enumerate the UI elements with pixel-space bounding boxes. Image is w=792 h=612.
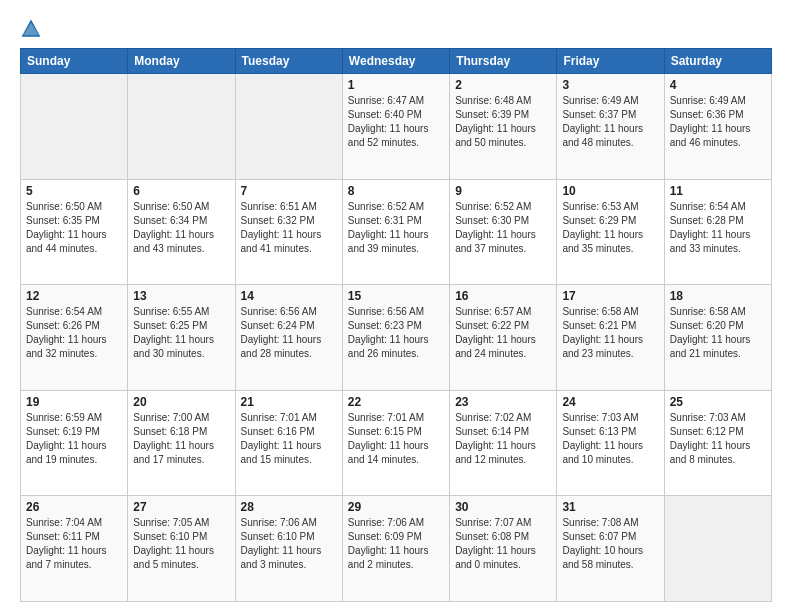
calendar-cell: 19Sunrise: 6:59 AM Sunset: 6:19 PM Dayli…: [21, 390, 128, 496]
day-info: Sunrise: 6:48 AM Sunset: 6:39 PM Dayligh…: [455, 94, 551, 150]
day-info: Sunrise: 7:00 AM Sunset: 6:18 PM Dayligh…: [133, 411, 229, 467]
day-info: Sunrise: 6:57 AM Sunset: 6:22 PM Dayligh…: [455, 305, 551, 361]
day-number: 10: [562, 184, 658, 198]
day-info: Sunrise: 6:50 AM Sunset: 6:35 PM Dayligh…: [26, 200, 122, 256]
day-number: 14: [241, 289, 337, 303]
day-number: 27: [133, 500, 229, 514]
logo: [20, 18, 46, 40]
calendar-cell: 16Sunrise: 6:57 AM Sunset: 6:22 PM Dayli…: [450, 285, 557, 391]
day-number: 2: [455, 78, 551, 92]
day-info: Sunrise: 6:51 AM Sunset: 6:32 PM Dayligh…: [241, 200, 337, 256]
calendar-week-row: 19Sunrise: 6:59 AM Sunset: 6:19 PM Dayli…: [21, 390, 772, 496]
day-number: 7: [241, 184, 337, 198]
day-info: Sunrise: 6:52 AM Sunset: 6:31 PM Dayligh…: [348, 200, 444, 256]
day-info: Sunrise: 7:04 AM Sunset: 6:11 PM Dayligh…: [26, 516, 122, 572]
calendar-cell: 30Sunrise: 7:07 AM Sunset: 6:08 PM Dayli…: [450, 496, 557, 602]
day-info: Sunrise: 7:01 AM Sunset: 6:15 PM Dayligh…: [348, 411, 444, 467]
day-number: 6: [133, 184, 229, 198]
day-info: Sunrise: 6:49 AM Sunset: 6:36 PM Dayligh…: [670, 94, 766, 150]
calendar-cell: 28Sunrise: 7:06 AM Sunset: 6:10 PM Dayli…: [235, 496, 342, 602]
calendar-day-header: Friday: [557, 49, 664, 74]
day-info: Sunrise: 6:56 AM Sunset: 6:24 PM Dayligh…: [241, 305, 337, 361]
logo-icon: [20, 18, 42, 40]
calendar-week-row: 5Sunrise: 6:50 AM Sunset: 6:35 PM Daylig…: [21, 179, 772, 285]
day-info: Sunrise: 7:08 AM Sunset: 6:07 PM Dayligh…: [562, 516, 658, 572]
day-number: 22: [348, 395, 444, 409]
calendar-cell: 7Sunrise: 6:51 AM Sunset: 6:32 PM Daylig…: [235, 179, 342, 285]
calendar-week-row: 26Sunrise: 7:04 AM Sunset: 6:11 PM Dayli…: [21, 496, 772, 602]
day-info: Sunrise: 6:55 AM Sunset: 6:25 PM Dayligh…: [133, 305, 229, 361]
day-info: Sunrise: 7:06 AM Sunset: 6:09 PM Dayligh…: [348, 516, 444, 572]
day-info: Sunrise: 7:03 AM Sunset: 6:12 PM Dayligh…: [670, 411, 766, 467]
calendar-cell: 18Sunrise: 6:58 AM Sunset: 6:20 PM Dayli…: [664, 285, 771, 391]
day-number: 18: [670, 289, 766, 303]
calendar-cell: 22Sunrise: 7:01 AM Sunset: 6:15 PM Dayli…: [342, 390, 449, 496]
day-number: 4: [670, 78, 766, 92]
day-number: 3: [562, 78, 658, 92]
day-info: Sunrise: 6:53 AM Sunset: 6:29 PM Dayligh…: [562, 200, 658, 256]
page: SundayMondayTuesdayWednesdayThursdayFrid…: [0, 0, 792, 612]
calendar-cell: 14Sunrise: 6:56 AM Sunset: 6:24 PM Dayli…: [235, 285, 342, 391]
day-info: Sunrise: 6:58 AM Sunset: 6:21 PM Dayligh…: [562, 305, 658, 361]
calendar-day-header: Wednesday: [342, 49, 449, 74]
day-info: Sunrise: 7:02 AM Sunset: 6:14 PM Dayligh…: [455, 411, 551, 467]
day-number: 26: [26, 500, 122, 514]
day-info: Sunrise: 6:47 AM Sunset: 6:40 PM Dayligh…: [348, 94, 444, 150]
calendar-cell: 27Sunrise: 7:05 AM Sunset: 6:10 PM Dayli…: [128, 496, 235, 602]
day-info: Sunrise: 6:50 AM Sunset: 6:34 PM Dayligh…: [133, 200, 229, 256]
calendar-cell: 24Sunrise: 7:03 AM Sunset: 6:13 PM Dayli…: [557, 390, 664, 496]
day-number: 30: [455, 500, 551, 514]
day-info: Sunrise: 7:01 AM Sunset: 6:16 PM Dayligh…: [241, 411, 337, 467]
header: [20, 18, 772, 40]
calendar-cell: 31Sunrise: 7:08 AM Sunset: 6:07 PM Dayli…: [557, 496, 664, 602]
calendar-day-header: Saturday: [664, 49, 771, 74]
day-info: Sunrise: 6:58 AM Sunset: 6:20 PM Dayligh…: [670, 305, 766, 361]
calendar-cell: 12Sunrise: 6:54 AM Sunset: 6:26 PM Dayli…: [21, 285, 128, 391]
day-number: 1: [348, 78, 444, 92]
calendar-cell: 29Sunrise: 7:06 AM Sunset: 6:09 PM Dayli…: [342, 496, 449, 602]
calendar-cell: 26Sunrise: 7:04 AM Sunset: 6:11 PM Dayli…: [21, 496, 128, 602]
calendar-header-row: SundayMondayTuesdayWednesdayThursdayFrid…: [21, 49, 772, 74]
calendar-cell: [128, 74, 235, 180]
calendar-cell: 2Sunrise: 6:48 AM Sunset: 6:39 PM Daylig…: [450, 74, 557, 180]
day-number: 28: [241, 500, 337, 514]
day-info: Sunrise: 7:07 AM Sunset: 6:08 PM Dayligh…: [455, 516, 551, 572]
calendar-week-row: 1Sunrise: 6:47 AM Sunset: 6:40 PM Daylig…: [21, 74, 772, 180]
calendar-week-row: 12Sunrise: 6:54 AM Sunset: 6:26 PM Dayli…: [21, 285, 772, 391]
day-number: 8: [348, 184, 444, 198]
day-number: 11: [670, 184, 766, 198]
calendar-cell: 11Sunrise: 6:54 AM Sunset: 6:28 PM Dayli…: [664, 179, 771, 285]
calendar-cell: 21Sunrise: 7:01 AM Sunset: 6:16 PM Dayli…: [235, 390, 342, 496]
day-number: 20: [133, 395, 229, 409]
day-info: Sunrise: 6:59 AM Sunset: 6:19 PM Dayligh…: [26, 411, 122, 467]
calendar-cell: 17Sunrise: 6:58 AM Sunset: 6:21 PM Dayli…: [557, 285, 664, 391]
day-number: 23: [455, 395, 551, 409]
calendar-cell: 10Sunrise: 6:53 AM Sunset: 6:29 PM Dayli…: [557, 179, 664, 285]
day-number: 16: [455, 289, 551, 303]
calendar-cell: 9Sunrise: 6:52 AM Sunset: 6:30 PM Daylig…: [450, 179, 557, 285]
day-number: 13: [133, 289, 229, 303]
calendar-cell: 25Sunrise: 7:03 AM Sunset: 6:12 PM Dayli…: [664, 390, 771, 496]
calendar-cell: [664, 496, 771, 602]
calendar-day-header: Monday: [128, 49, 235, 74]
calendar-cell: 20Sunrise: 7:00 AM Sunset: 6:18 PM Dayli…: [128, 390, 235, 496]
calendar-cell: 8Sunrise: 6:52 AM Sunset: 6:31 PM Daylig…: [342, 179, 449, 285]
day-number: 9: [455, 184, 551, 198]
day-number: 24: [562, 395, 658, 409]
day-number: 5: [26, 184, 122, 198]
day-info: Sunrise: 7:05 AM Sunset: 6:10 PM Dayligh…: [133, 516, 229, 572]
day-number: 25: [670, 395, 766, 409]
calendar-cell: 23Sunrise: 7:02 AM Sunset: 6:14 PM Dayli…: [450, 390, 557, 496]
calendar-cell: [21, 74, 128, 180]
svg-marker-1: [23, 23, 39, 36]
calendar-day-header: Thursday: [450, 49, 557, 74]
day-info: Sunrise: 6:52 AM Sunset: 6:30 PM Dayligh…: [455, 200, 551, 256]
day-number: 21: [241, 395, 337, 409]
calendar-cell: 5Sunrise: 6:50 AM Sunset: 6:35 PM Daylig…: [21, 179, 128, 285]
calendar-cell: 13Sunrise: 6:55 AM Sunset: 6:25 PM Dayli…: [128, 285, 235, 391]
day-number: 31: [562, 500, 658, 514]
day-info: Sunrise: 6:54 AM Sunset: 6:28 PM Dayligh…: [670, 200, 766, 256]
day-info: Sunrise: 6:54 AM Sunset: 6:26 PM Dayligh…: [26, 305, 122, 361]
calendar-cell: 1Sunrise: 6:47 AM Sunset: 6:40 PM Daylig…: [342, 74, 449, 180]
calendar-cell: 6Sunrise: 6:50 AM Sunset: 6:34 PM Daylig…: [128, 179, 235, 285]
